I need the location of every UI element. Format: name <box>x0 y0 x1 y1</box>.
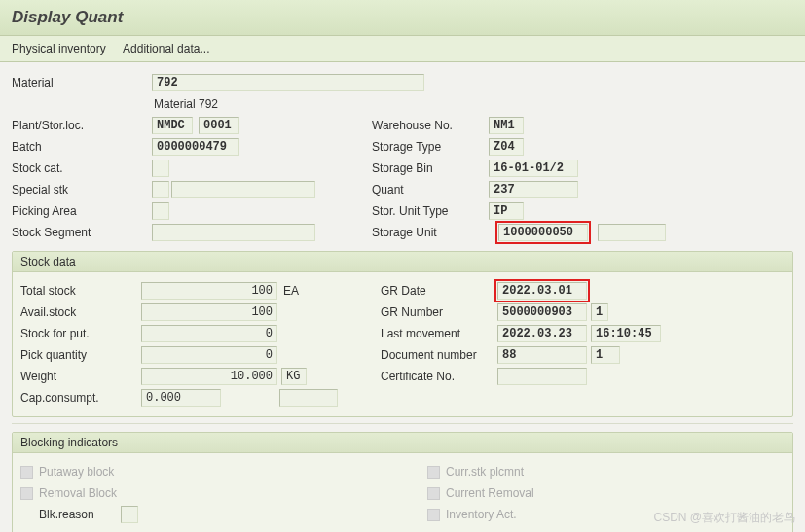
doc-number-label: Document number <box>381 348 497 362</box>
batch-field[interactable]: 0000000479 <box>152 138 239 156</box>
gr-item-field[interactable]: 1 <box>591 303 608 321</box>
storage-type-label: Storage Type <box>372 140 489 154</box>
special-stk2-field[interactable] <box>171 181 315 198</box>
stock-segment-label: Stock Segment <box>12 226 119 239</box>
doc-item-field[interactable]: 1 <box>591 346 620 364</box>
quant-label: Quant <box>372 183 489 196</box>
plant-field[interactable]: NMDC <box>152 117 193 134</box>
storage-bin-field[interactable]: 16-01-01/2 <box>489 160 578 177</box>
total-stock-field[interactable]: 100 <box>141 282 277 300</box>
gr-number-label: GR Number <box>381 305 497 319</box>
doc-number-field[interactable]: 88 <box>497 346 587 364</box>
picking-area-label: Picking Area <box>12 204 119 218</box>
curr-rem-label: Current Removal <box>446 486 534 500</box>
curr-stk-label: Curr.stk plcmnt <box>446 465 524 479</box>
stock-segment-field[interactable] <box>152 224 315 241</box>
special-stk-label: Special stk <box>12 183 119 196</box>
uom-label: EA <box>283 284 299 298</box>
stock-cat-label: Stock cat. <box>12 161 119 175</box>
storage-unit-label: Storage Unit <box>372 226 489 239</box>
cert-label: Certificate No. <box>381 370 497 383</box>
blk-reason-label: Blk.reason <box>39 508 121 521</box>
menu-bar: Physical inventory Additional data... <box>0 36 805 62</box>
avail-stock-field[interactable]: 100 <box>141 303 277 321</box>
storage-unit-extra-field[interactable] <box>598 224 666 241</box>
last-mvmt-label: Last movement <box>381 327 497 340</box>
inv-act-label: Inventory Act. <box>446 508 517 521</box>
batch-label: Batch <box>12 140 119 154</box>
weight-uom-field[interactable]: KG <box>281 368 307 385</box>
menu-physical-inventory[interactable]: Physical inventory <box>12 42 106 55</box>
content-area: Material 792 Material 792 Plant/Stor.loc… <box>0 62 805 532</box>
removal-block-checkbox <box>20 487 33 500</box>
pick-qty-label: Pick quantity <box>20 348 120 362</box>
stor-unit-type-label: Stor. Unit Type <box>372 204 489 218</box>
storage-type-field[interactable]: Z04 <box>489 138 524 156</box>
gr-date-label: GR Date <box>381 284 497 298</box>
blocking-title: Blocking indicators <box>13 433 792 453</box>
weight-field[interactable]: 10.000 <box>141 368 277 385</box>
picking-area-field[interactable] <box>152 202 169 220</box>
material-field[interactable]: 792 <box>152 74 424 91</box>
watermark: CSDN @喜欢打酱油的老鸟 <box>653 510 795 526</box>
putaway-block-label: Putaway block <box>39 465 114 479</box>
warehouse-field[interactable]: NM1 <box>489 117 524 134</box>
stock-data-title: Stock data <box>13 252 792 272</box>
sloc-field[interactable]: 0001 <box>199 117 239 134</box>
quant-field[interactable]: 237 <box>489 181 578 198</box>
stock-for-put-label: Stock for put. <box>20 327 120 340</box>
cert-field[interactable] <box>497 368 587 385</box>
inv-act-checkbox <box>427 509 440 521</box>
storage-bin-label: Storage Bin <box>372 161 489 175</box>
putaway-block-checkbox <box>20 466 33 479</box>
plant-label: Plant/Stor.loc. <box>12 119 119 132</box>
gr-date-field[interactable]: 2022.03.01 <box>497 282 587 300</box>
cap-extra-field[interactable] <box>279 389 338 407</box>
blk-reason-field[interactable] <box>121 506 138 523</box>
separator <box>12 423 793 424</box>
total-stock-label: Total stock <box>20 284 120 298</box>
stock-data-group: Stock data Total stock 100 EA GR Date 20… <box>12 251 793 417</box>
curr-stk-checkbox <box>427 466 440 479</box>
menu-additional-data[interactable]: Additional data... <box>123 42 209 55</box>
weight-label: Weight <box>20 370 120 383</box>
stor-unit-type-field[interactable]: IP <box>489 202 524 220</box>
gr-number-field[interactable]: 5000000903 <box>497 303 587 321</box>
storage-unit-field[interactable]: 1000000050 <box>498 224 588 241</box>
last-mvmt-time-field[interactable]: 16:10:45 <box>591 325 661 342</box>
removal-block-label: Removal Block <box>39 486 117 500</box>
special-stk-field[interactable] <box>152 181 169 198</box>
warehouse-label: Warehouse No. <box>372 119 489 132</box>
pick-qty-field[interactable]: 0 <box>141 346 277 364</box>
page-title: Display Quant <box>12 8 793 27</box>
title-bar: Display Quant <box>0 0 805 36</box>
cap-field[interactable]: 0.000 <box>141 389 221 407</box>
material-label: Material <box>12 76 119 89</box>
stock-cat-field[interactable] <box>152 160 169 177</box>
avail-stock-label: Avail.stock <box>20 305 120 319</box>
last-mvmt-date-field[interactable]: 2022.03.23 <box>497 325 587 342</box>
stock-for-put-field[interactable]: 0 <box>141 325 277 342</box>
cap-label: Cap.consumpt. <box>20 391 120 405</box>
material-text: Material 792 <box>152 97 218 111</box>
curr-rem-checkbox <box>427 487 440 500</box>
